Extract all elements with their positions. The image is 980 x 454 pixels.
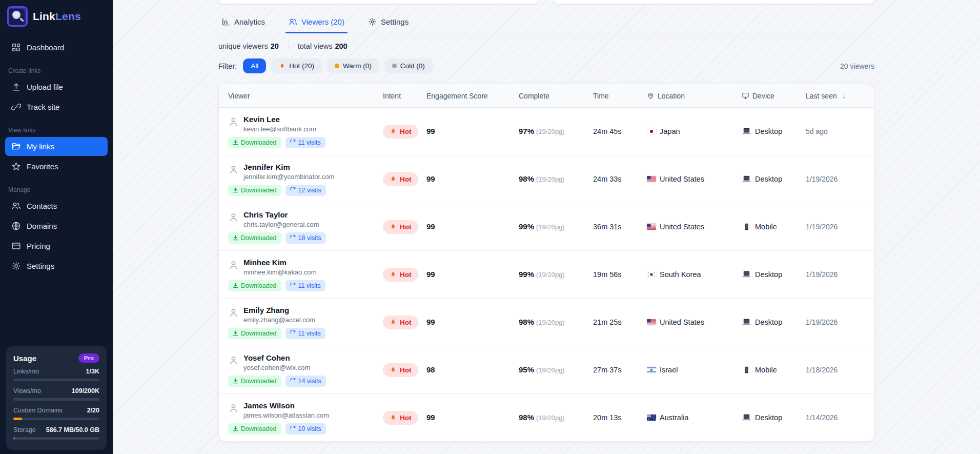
sidebar-item-settings[interactable]: Settings: [5, 256, 108, 275]
time-cell: 24m 45s: [593, 127, 647, 135]
column-header-intent: Intent: [383, 92, 426, 100]
download-icon: [233, 378, 238, 384]
table-row[interactable]: Emily Zhang emily.zhang@accel.com Downlo…: [219, 299, 874, 346]
cold-dot-icon: [392, 64, 397, 68]
sidebar-item-label: Favorites: [27, 162, 58, 171]
engagement-score-cell: 99: [426, 270, 519, 279]
download-icon: [233, 283, 238, 288]
tab-settings[interactable]: Settings: [365, 17, 412, 33]
filter-cold-button[interactable]: Cold (0): [384, 58, 433, 73]
device-cell: Desktop: [742, 413, 806, 422]
filter-warm-button[interactable]: Warm (0): [327, 58, 379, 73]
last-seen-cell: 5d ago: [806, 127, 874, 135]
pro-plan-badge: Pro: [78, 353, 99, 363]
last-seen-cell: 1/18/2026: [806, 366, 874, 374]
tab-viewers[interactable]: Viewers (20): [285, 17, 348, 33]
table-row[interactable]: Jennifer Kim jennifer.kim@ycombinator.co…: [219, 155, 874, 203]
table-header-row: Viewer Intent Engagement Score Complete …: [219, 84, 874, 108]
tab-analytics[interactable]: Analytics: [218, 17, 268, 33]
sidebar-item-dashboard[interactable]: Dashboard: [5, 38, 108, 57]
sidebar-item-my-links[interactable]: My links: [5, 137, 108, 156]
flag-au-icon: [647, 414, 656, 421]
downloaded-badge: Downloaded: [228, 185, 281, 196]
viewer-email: minhee.kim@kakao.com: [243, 268, 317, 276]
device-cell: Desktop: [742, 127, 806, 135]
column-header-last-seen[interactable]: Last seen ↓: [806, 92, 874, 100]
sidebar-item-track-site[interactable]: Track site: [5, 97, 108, 116]
gear-icon: [11, 261, 21, 271]
meter-label: Views/mo: [13, 387, 41, 394]
table-row[interactable]: Kevin Lee kevin.lee@softbank.com Downloa…: [219, 108, 874, 155]
table-row[interactable]: Chris Taylor chris.taylor@general.com Do…: [219, 203, 874, 251]
location-cell: Japan: [647, 127, 742, 135]
partial-card-left: [218, 0, 539, 4]
sidebar-item-contacts[interactable]: Contacts: [5, 196, 108, 215]
refresh-icon: [290, 283, 296, 288]
intent-cell: Hot: [383, 268, 426, 282]
section-manage: Manage: [8, 186, 105, 193]
visits-badge: 12 visits: [285, 185, 326, 196]
viewer-name: Yosef Cohen: [243, 353, 310, 362]
viewer-cell: James Wilson james.wilson@atlassian.com …: [219, 401, 383, 435]
usage-card: Usage Pro Links/mo1/3K Views/mo109/200K …: [6, 346, 107, 450]
monitor-icon: [742, 92, 749, 100]
sidebar-item-domains[interactable]: Domains: [5, 216, 108, 235]
last-seen-cell: 1/14/2026: [806, 413, 874, 422]
filter-row: Filter: All Hot (20) Warm (0) Cold (0) 2…: [218, 58, 874, 73]
flag-japan-icon: [647, 128, 656, 134]
sidebar-item-label: Domains: [27, 222, 57, 230]
app-logo[interactable]: LinkLens: [0, 0, 113, 32]
viewer-cell: Chris Taylor chris.taylor@general.com Do…: [219, 210, 383, 244]
intent-cell: Hot: [383, 363, 426, 377]
link-icon: [11, 102, 21, 112]
filter-all-button[interactable]: All: [243, 58, 266, 73]
sidebar-item-label: Settings: [27, 262, 54, 270]
viewer-cell: Minhee Kim minhee.kim@kakao.com Download…: [219, 258, 383, 291]
flame-icon: [390, 128, 397, 135]
sidebar-item-upload-file[interactable]: Upload file: [5, 77, 108, 96]
main-content: Analytics Viewers (20) Settings unique v…: [113, 0, 980, 454]
partial-card-right: [554, 0, 874, 4]
credit-card-icon: [11, 241, 21, 251]
flame-icon: [390, 366, 397, 373]
hot-intent-badge: Hot: [383, 315, 418, 329]
unique-viewers-label: unique viewers: [218, 42, 268, 50]
separator-dot: ·: [287, 42, 290, 50]
viewer-email: kevin.lee@softbank.com: [243, 125, 316, 133]
meter-label: Storage: [13, 426, 36, 433]
filter-hot-button[interactable]: Hot (20): [271, 58, 322, 73]
viewer-name: Emily Zhang: [243, 306, 315, 314]
location-cell: United States: [647, 175, 742, 183]
downloaded-badge: Downloaded: [228, 423, 281, 435]
person-avatar-icon: [228, 260, 239, 276]
time-cell: 36m 31s: [593, 223, 647, 231]
meter-label: Links/mo: [13, 368, 39, 375]
time-cell: 24m 33s: [593, 175, 647, 183]
complete-cell: 99%(19/20pg): [519, 270, 593, 279]
users-icon: [289, 17, 297, 26]
sidebar-item-label: Pricing: [27, 242, 50, 250]
total-views-value: 200: [335, 42, 347, 50]
table-body: Kevin Lee kevin.lee@softbank.com Downloa…: [219, 108, 874, 442]
hot-intent-badge: Hot: [383, 411, 418, 425]
viewer-email: chris.taylor@general.com: [243, 221, 319, 228]
total-views-label: total views: [298, 42, 333, 50]
column-header-location: Location: [647, 92, 742, 100]
meter-value: 586.7 MB/50.0 GB: [46, 426, 99, 433]
engagement-score-cell: 98: [426, 365, 519, 374]
last-seen-cell: 1/19/2026: [806, 318, 874, 326]
sidebar-item-favorites[interactable]: Favorites: [5, 157, 108, 176]
visits-badge: 11 visits: [285, 328, 325, 339]
sidebar-item-label: Dashboard: [27, 43, 64, 52]
meter-value: 2/20: [87, 407, 99, 414]
table-row[interactable]: Minhee Kim minhee.kim@kakao.com Download…: [219, 251, 874, 299]
visits-badge: 11 visits: [285, 137, 325, 148]
table-row[interactable]: James Wilson james.wilson@atlassian.com …: [219, 394, 874, 442]
engagement-score-cell: 99: [426, 222, 519, 231]
viewer-email: james.wilson@atlassian.com: [243, 411, 329, 419]
meter-value: 109/200K: [72, 387, 99, 394]
download-icon: [233, 140, 238, 145]
viewer-email: emily.zhang@accel.com: [243, 316, 315, 324]
table-row[interactable]: Yosef Cohen yosef.cohen@wix.com Download…: [219, 346, 874, 394]
sidebar-item-pricing[interactable]: Pricing: [5, 236, 108, 255]
